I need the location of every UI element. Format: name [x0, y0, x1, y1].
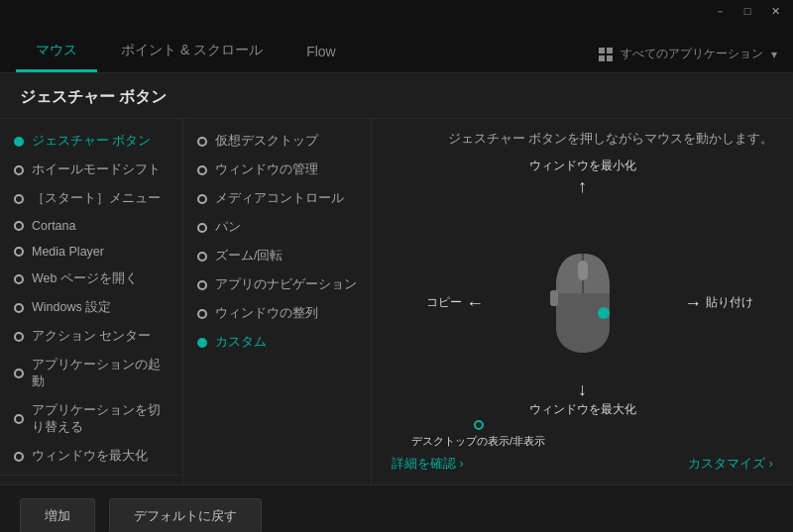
app-selector[interactable]: すべてのアプリケーション ▾ [599, 46, 777, 62]
mid-dot-app-nav [197, 280, 207, 290]
gesture-description: ジェスチャー ボタンを押しながらマウスを動かします。 [392, 131, 773, 148]
arrow-left-icon: ← [466, 294, 484, 312]
mouse-diagram [548, 249, 618, 358]
nav-item-launch-app[interactable]: アプリケーションの起動 [0, 351, 182, 396]
mid-label-media-ctrl: メディアコントロール [215, 190, 344, 207]
mid-item-window-management[interactable]: ウィンドウの管理 [183, 156, 371, 184]
nav-label-cortana: Cortana [32, 219, 75, 233]
mid-item-pan[interactable]: パン [183, 213, 371, 242]
nav-label-settings: Windows 設定 [32, 299, 111, 316]
arrow-up-text: ウィンドウを最小化 [529, 158, 636, 174]
content-area: ジェスチャー ボタン ホイールモードシフト ［スタート］メニュー Cortana… [0, 119, 793, 484]
nav-item-media-player[interactable]: Media Player [0, 239, 182, 265]
gesture-visual: ウィンドウを最小化 ↑ [392, 158, 773, 448]
minimize-button[interactable]: － [706, 0, 734, 22]
nav-dot-switch [14, 414, 24, 424]
nav-label-wheel: ホイールモードシフト [32, 161, 161, 178]
mid-item-app-navigation[interactable]: アプリのナビゲーション [183, 270, 371, 299]
tab-bar: マウス ポイント & スクロール Flow すべてのアプリケーション ▾ [0, 22, 793, 73]
nav-item-start-menu[interactable]: ［スタート］メニュー [0, 184, 182, 213]
mid-label-virtual: 仮想デスクトップ [215, 133, 318, 150]
mid-label-app-nav: アプリのナビゲーション [215, 276, 357, 293]
nav-dot-minimize [14, 452, 24, 462]
arrow-left-text: コピー [426, 294, 462, 311]
arrow-right-icon: → [684, 294, 702, 312]
nav-dot-settings [14, 303, 24, 313]
left-nav: ジェスチャー ボタン ホイールモードシフト ［スタート］メニュー Cortana… [0, 119, 183, 484]
mid-label-zoom: ズーム/回転 [215, 248, 283, 265]
nav-item-minimize-window[interactable]: ウィンドウを最大化 [0, 442, 182, 471]
right-footer: 詳細を確認 › カスタマイズ › [392, 448, 773, 473]
customize-link[interactable]: カスタマイズ › [688, 456, 773, 473]
mid-label-pan: パン [215, 219, 241, 236]
nav-item-action-center[interactable]: アクション センター [0, 322, 182, 351]
reset-button[interactable]: デフォルトに戻す [109, 498, 262, 533]
maximize-button[interactable]: □ [734, 0, 761, 22]
nav-label-switch: アプリケーションを切り替える [32, 402, 169, 436]
nav-item-gesture-button[interactable]: ジェスチャー ボタン [0, 127, 182, 156]
mid-dot-custom [197, 338, 207, 348]
mid-item-custom[interactable]: カスタム [183, 328, 371, 357]
nav-label-launch: アプリケーションの起動 [32, 357, 169, 390]
page-header: ジェスチャー ボタン [0, 73, 793, 119]
nav-label-start: ［スタート］メニュー [32, 190, 161, 207]
main-content: ジェスチャー ボタン ジェスチャー ボタン ホイールモードシフト ［スタート］メ… [0, 73, 793, 484]
nav-separator [0, 475, 182, 476]
arrow-up-label: ウィンドウを最小化 ↑ [529, 158, 636, 195]
mid-label-window-mgmt: ウィンドウの管理 [215, 161, 318, 178]
mid-item-window-align[interactable]: ウィンドウの整列 [183, 299, 371, 328]
svg-point-3 [598, 307, 610, 319]
title-bar: － □ ✕ [0, 0, 793, 22]
tab-mouse[interactable]: マウス [16, 34, 97, 72]
nav-item-switch-app[interactable]: アプリケーションを切り替える [0, 396, 182, 442]
right-panel: ジェスチャー ボタンを押しながらマウスを動かします。 ウィンドウを最小化 ↑ [372, 119, 793, 484]
mid-dot-media-ctrl [197, 194, 207, 204]
mouse-svg [548, 249, 618, 358]
nav-label-web: Web ページを開く [32, 270, 138, 287]
nav-item-wheel-mode-shift[interactable]: ホイールモードシフト [0, 156, 182, 184]
nav-item-windows-settings[interactable]: Windows 設定 [0, 293, 182, 322]
nav-dot-action [14, 332, 24, 342]
bottom-left-dot [474, 420, 484, 430]
app-selector-label: すべてのアプリケーション [621, 46, 763, 62]
arrow-bottom-left-text: デスクトップの表示/非表示 [411, 434, 545, 448]
nav-item-open-web[interactable]: Web ページを開く [0, 265, 182, 293]
arrow-bottom-left-label: デスクトップの表示/非表示 [411, 420, 545, 448]
nav-dot-media [14, 247, 24, 257]
add-button[interactable]: 増加 [20, 498, 95, 533]
nav-dot-start [14, 194, 24, 204]
grid-icon [599, 48, 613, 61]
mid-label-custom: カスタム [215, 334, 267, 351]
nav-dot-wheel [14, 165, 24, 175]
svg-rect-1 [578, 261, 588, 280]
arrow-left-label: コピー ← [426, 294, 484, 312]
arrow-down-label: ↓ ウィンドウを最大化 [529, 380, 636, 418]
middle-nav: 仮想デスクトップ ウィンドウの管理 メディアコントロール パン ズーム/回転 ア… [183, 119, 372, 484]
mid-label-window-align: ウィンドウの整列 [215, 305, 318, 322]
tab-flow[interactable]: Flow [286, 36, 356, 72]
mid-dot-window-mgmt [197, 165, 207, 175]
nav-label-minimize: ウィンドウを最大化 [32, 448, 148, 465]
arrow-right-text: 貼り付け [706, 294, 753, 311]
close-button[interactable]: ✕ [761, 0, 789, 22]
arrow-down-text: ウィンドウを最大化 [529, 401, 636, 418]
tab-point-scroll[interactable]: ポイント & スクロール [101, 34, 283, 72]
nav-label-media: Media Player [32, 245, 104, 259]
mid-dot-window-align [197, 309, 207, 319]
chevron-down-icon: ▾ [771, 48, 777, 61]
nav-item-cortana[interactable]: Cortana [0, 213, 182, 239]
nav-dot-cortana [14, 221, 24, 231]
nav-label-gesture-button: ジェスチャー ボタン [32, 133, 151, 150]
svg-rect-2 [550, 290, 558, 306]
arrow-right-label: → 貼り付け [684, 294, 753, 312]
mid-dot-pan [197, 223, 207, 233]
mid-item-zoom-rotate[interactable]: ズーム/回転 [183, 242, 371, 270]
mid-dot-zoom [197, 252, 207, 262]
details-link[interactable]: 詳細を確認 › [392, 456, 464, 473]
mid-item-media-control[interactable]: メディアコントロール [183, 184, 371, 213]
arrow-down-icon: ↓ [578, 380, 587, 398]
page-title: ジェスチャー ボタン [20, 88, 167, 105]
nav-reduce-button[interactable]: 減少 ∧ [0, 479, 182, 484]
action-bar: 増加 デフォルトに戻す [0, 484, 793, 532]
mid-item-virtual-desktop[interactable]: 仮想デスクトップ [183, 127, 371, 156]
